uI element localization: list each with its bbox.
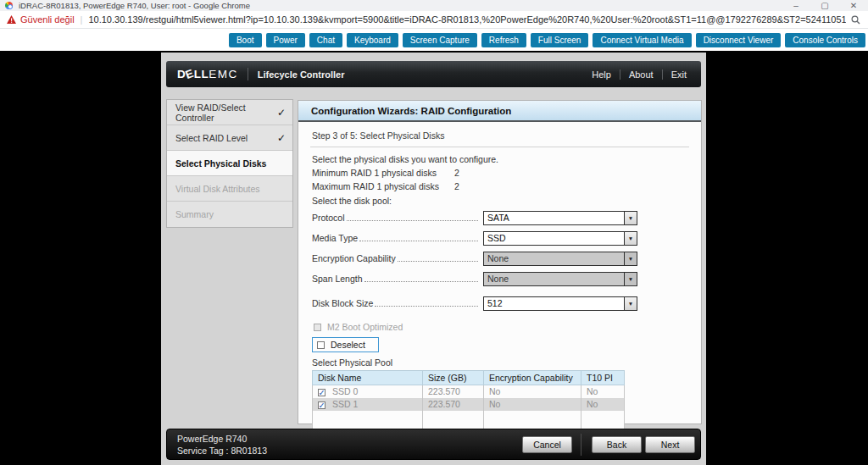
menu-item-exit[interactable]: Exit [668, 69, 690, 80]
sidebar-item-label: Select Physical Disks [175, 158, 266, 169]
field-label: Span Length [312, 274, 363, 284]
next-button[interactable]: Next [645, 436, 695, 453]
menu-item-about[interactable]: About [626, 69, 657, 80]
security-warning-label[interactable]: Güvenli değil [20, 14, 75, 25]
page-zoom-icon[interactable] [851, 15, 860, 25]
sidebar-item-label: Virtual Disk Attributes [175, 184, 260, 194]
back-button[interactable]: Back [592, 436, 642, 453]
span-length-dropdown: None▼ [483, 272, 637, 286]
sidebar-item-label: Select RAID Level [175, 133, 248, 143]
disk-row-ssd-0: ✓SSD 0223.570NoNo [313, 385, 625, 398]
field-label-wrap: Media Type [312, 233, 480, 244]
sidebar-item-view-raid-select-controller[interactable]: View RAID/Select Controller✓ [167, 100, 292, 125]
disk-select-checkbox[interactable]: ✓ [318, 401, 326, 409]
dropdown-selected-value: 512 [484, 297, 624, 310]
deselect-checkbox[interactable] [317, 341, 325, 349]
dotted-leader [364, 281, 478, 282]
dell-emc-logo: DELLEMC [177, 68, 238, 80]
toolbar-button-disconnect-viewer[interactable]: Disconnect Viewer [696, 33, 782, 47]
toolbar-button-keyboard[interactable]: Keyboard [347, 33, 398, 47]
field-row-encryption-capability: Encryption CapabilityNone▼ [312, 252, 689, 266]
header-menu: HelpAboutExit [588, 69, 690, 80]
page-title: Configuration Wizards: RAID Configuratio… [298, 101, 701, 122]
close-icon[interactable]: ✕ [839, 0, 868, 11]
dropdown-arrow-icon: ▼ [624, 252, 637, 265]
system-info: PowerEdge R740 Service Tag : 8R01813 [177, 433, 267, 457]
m2-boot-optimized-checkbox [314, 324, 321, 331]
kvm-viewer-background: DELLEMC Lifecycle Controller HelpAboutEx… [0, 51, 868, 465]
disk-name: SSD 1 [332, 399, 358, 409]
dropdown-arrow-icon[interactable]: ▼ [624, 297, 637, 310]
dotted-leader [375, 306, 478, 307]
dotted-leader [359, 241, 478, 241]
disk-table-header-t10-pi: T10 PI [581, 371, 625, 385]
step-indicator: Step 3 of 5: Select Physical Disks [312, 130, 689, 141]
toolbar-button-chat[interactable]: Chat [309, 33, 342, 47]
field-row-media-type: Media TypeSSD▼ [312, 231, 689, 246]
field-label-wrap: Encryption Capability [312, 253, 480, 264]
minimize-icon[interactable]: – [782, 0, 810, 11]
max-disks-row: Maximum RAID 1 physical disks 2 [312, 181, 689, 191]
protocol-dropdown[interactable]: SATA▼ [483, 211, 637, 225]
dotted-leader [398, 261, 478, 262]
window-title: iDRAC-8R01813, PowerEdge R740, User: roo… [19, 1, 250, 10]
toolbar-button-refresh[interactable]: Refresh [481, 33, 526, 47]
disk-select-checkbox[interactable]: ✓ [318, 389, 326, 396]
divider [310, 147, 689, 147]
menu-item-help[interactable]: Help [588, 69, 615, 80]
m2-boot-optimized-label: M2 Boot Optimized [327, 322, 403, 332]
disk-encryption-cell: No [484, 385, 581, 398]
cancel-button[interactable]: Cancel [522, 436, 572, 453]
dropdown-selected-value: None [484, 273, 624, 285]
dropdown-arrow-icon[interactable]: ▼ [624, 232, 637, 245]
min-disks-row: Minimum RAID 1 physical disks 2 [312, 168, 689, 178]
wizard-content-panel: Configuration Wizards: RAID Configuratio… [298, 100, 702, 424]
chrome-icon [5, 2, 13, 9]
lifecycle-footer: PowerEdge R740 Service Tag : 8R01813 Can… [166, 429, 701, 460]
disk-name: SSD 0 [332, 386, 358, 396]
physical-disk-table: Disk NameSize (GB)Encryption CapabilityT… [312, 370, 625, 436]
app-title: Lifecycle Controller [258, 69, 345, 80]
disk-t10pi-cell: No [581, 385, 625, 398]
disk-block-size-dropdown[interactable]: 512▼ [483, 296, 637, 311]
max-disks-value: 2 [454, 181, 459, 191]
instruction-text: Select the physical disks you want to co… [312, 154, 689, 164]
disk-name-cell: ✓SSD 0 [313, 385, 423, 398]
sidebar-item-select-raid-level[interactable]: Select RAID Level✓ [167, 125, 292, 151]
toolbar-button-console-controls[interactable]: Console Controls [785, 33, 865, 47]
field-label-wrap: Protocol [312, 213, 480, 224]
step-complete-check-icon: ✓ [277, 107, 286, 119]
deselect-control[interactable]: Deselect [312, 337, 379, 352]
dropdown-arrow-icon[interactable]: ▼ [624, 212, 637, 224]
sidebar-item-label: View RAID/Select Controller [175, 102, 277, 123]
service-tag: Service Tag : 8R01813 [177, 445, 267, 457]
toolbar-button-full-screen[interactable]: Full Screen [531, 33, 589, 47]
field-label: Encryption Capability [312, 253, 396, 263]
window-controls: – ▢ ✕ [782, 0, 868, 11]
lifecycle-controller-screen: DELLEMC Lifecycle Controller HelpAboutEx… [161, 53, 706, 465]
media-type-dropdown[interactable]: SSD▼ [483, 231, 637, 246]
maximize-icon[interactable]: ▢ [810, 0, 839, 11]
not-secure-warning-icon [7, 15, 16, 24]
max-disks-label: Maximum RAID 1 physical disks [312, 181, 454, 191]
url-text[interactable]: 10.10.30.139/restgui/html5viewer.html?ip… [88, 14, 846, 25]
disk-size-cell: 223.570 [423, 385, 484, 398]
dropdown-selected-value: SATA [484, 212, 624, 224]
menu-divider [620, 69, 620, 80]
toolbar-button-screen-capture[interactable]: Screen Capture [403, 33, 477, 47]
kvm-toolbar: BootPowerChatKeyboardScreen CaptureRefre… [0, 29, 868, 51]
toolbar-button-boot[interactable]: Boot [229, 33, 262, 47]
sidebar-item-select-physical-disks[interactable]: Select Physical Disks [167, 151, 292, 176]
dotted-leader [347, 220, 478, 221]
menu-divider [662, 69, 663, 80]
address-separator: | [81, 14, 83, 25]
encryption-capability-dropdown: None▼ [483, 252, 637, 266]
window-titlebar: iDRAC-8R01813, PowerEdge R740, User: roo… [0, 0, 868, 11]
address-bar: Güvenli değil | 10.10.30.139/restgui/htm… [0, 11, 868, 29]
dropdown-arrow-icon: ▼ [624, 273, 637, 285]
disk-t10pi-cell: No [581, 398, 625, 411]
toolbar-button-power[interactable]: Power [266, 33, 305, 47]
toolbar-button-connect-virtual-media[interactable]: Connect Virtual Media [593, 33, 691, 47]
field-row-disk-block-size: Disk Block Size512▼ [312, 296, 689, 311]
field-label-wrap: Disk Block Size [312, 298, 480, 309]
